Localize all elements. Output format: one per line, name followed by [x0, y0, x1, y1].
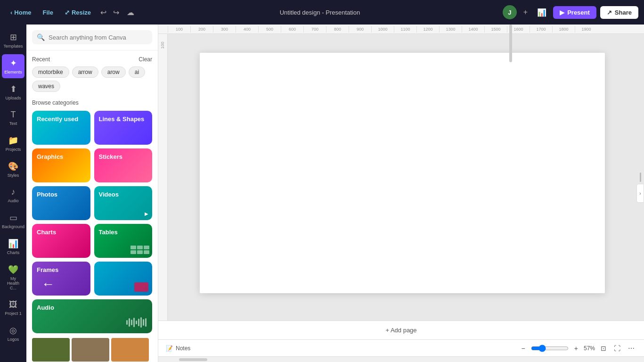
sidebar-item-text[interactable]: T Text: [2, 106, 24, 130]
category-label: Photos: [37, 191, 57, 198]
category-label: Graphics: [37, 153, 63, 160]
templates-icon: ⊞: [10, 32, 17, 42]
canvas-viewport[interactable]: [168, 34, 636, 321]
tag-arrow[interactable]: arrow: [72, 66, 98, 78]
collapse-icon: ›: [639, 191, 641, 196]
tag-motorbike[interactable]: motorbike: [32, 66, 69, 78]
zoom-label: 57%: [584, 345, 595, 352]
sidebar-item-label: My Health C...: [4, 276, 23, 290]
sidebar-item-label: Elements: [4, 70, 22, 74]
panel-content: Recent Clear motorbike arrow arow ai wav…: [26, 50, 158, 362]
styles-icon: 🎨: [8, 161, 18, 172]
home-button[interactable]: ‹ Home: [6, 6, 36, 19]
category-tables[interactable]: Tables: [94, 224, 153, 258]
sidebar-item-logos[interactable]: ◎ Logos: [2, 321, 24, 346]
category-audio[interactable]: Audio: [32, 299, 152, 333]
resize-button[interactable]: ⤢ Resize: [60, 6, 96, 19]
fit-page-button[interactable]: ⊡: [599, 344, 608, 353]
background-icon: ▭: [9, 213, 17, 223]
charts-icon: 📊: [8, 239, 18, 249]
sidebar-item-uploads[interactable]: ⬆ Uploads: [2, 80, 24, 104]
category-frames[interactable]: Frames ←: [32, 262, 90, 296]
search-input[interactable]: [49, 34, 147, 41]
text-icon: T: [11, 110, 16, 120]
notes-icon: 📝: [166, 345, 173, 352]
fullscreen-button[interactable]: ⛶: [612, 344, 622, 353]
chevron-left-icon: ‹: [10, 9, 12, 16]
category-graphics[interactable]: Graphics: [32, 148, 90, 182]
recent-tags: motorbike arrow arow ai waves: [32, 66, 152, 92]
uploads-icon: ⬆: [10, 84, 17, 94]
sidebar-item-projects[interactable]: 📁 Projects: [2, 132, 24, 156]
topbar-right: J + 📊 ▶ Present ↗ Share: [503, 5, 638, 19]
zoom-out-button[interactable]: −: [520, 344, 527, 353]
sidebar-item-styles[interactable]: 🎨 Styles: [2, 157, 24, 181]
sidebar-item-myhealth[interactable]: 💚 My Health C...: [2, 261, 24, 294]
recent-section: Recent Clear motorbike arrow arow ai wav…: [32, 56, 152, 92]
category-label: Lines & Shapes: [99, 115, 145, 123]
category-stickers[interactable]: Stickers: [94, 148, 153, 182]
category-gradients[interactable]: [94, 262, 153, 296]
elements-icon: ✦: [10, 58, 17, 68]
audio-icon: ♪: [11, 187, 16, 197]
tag-arow[interactable]: arow: [101, 66, 126, 78]
zoom-controls: − + 57% ⊡ ⛶ ⋯: [520, 344, 636, 353]
sidebar-item-label: Audio: [8, 198, 18, 203]
category-grid: Recently used Lines & Shapes Graphics St…: [32, 111, 152, 296]
category-videos[interactable]: Videos ▶: [94, 186, 153, 220]
recent-header: Recent Clear: [32, 56, 152, 63]
sidebar-item-background[interactable]: ▭ Background: [2, 209, 24, 233]
sidebar-item-label: Templates: [3, 44, 23, 49]
analytics-button[interactable]: 📊: [534, 6, 549, 19]
right-handle[interactable]: [636, 34, 644, 321]
category-photos[interactable]: Photos: [32, 186, 90, 220]
elements-panel: 🔍 Recent Clear motorbike arrow arow ai w…: [26, 25, 158, 362]
project1-icon: 🖼: [9, 300, 17, 310]
logos-icon: ◎: [9, 325, 17, 336]
category-label: Tables: [99, 229, 118, 236]
cloud-save-button[interactable]: ☁: [124, 6, 137, 19]
sidebar-item-audio[interactable]: ♪ Audio: [2, 183, 24, 207]
sidebar-item-templates[interactable]: ⊞ Templates: [2, 28, 24, 52]
undo-redo-group: ↩ ↪: [98, 6, 122, 19]
file-button[interactable]: File: [38, 6, 57, 19]
category-label: Frames: [37, 266, 58, 273]
avatar[interactable]: J: [503, 5, 517, 19]
ruler-top: 1002003004005006007008009001000110012001…: [158, 25, 644, 34]
category-recently-used[interactable]: Recently used: [32, 111, 90, 145]
horizontal-scrollbar[interactable]: [158, 356, 644, 362]
sidebar-item-label: Project 1: [5, 311, 22, 316]
canvas-page: [200, 53, 605, 293]
redo-button[interactable]: ↪: [110, 6, 122, 19]
zoom-in-button[interactable]: +: [572, 344, 580, 353]
myhealth-icon: 💚: [8, 264, 18, 275]
category-label: Recently used: [37, 115, 78, 123]
add-page-button[interactable]: + Add page: [376, 324, 426, 337]
notes-button[interactable]: 📝 Notes: [166, 345, 190, 352]
share-button[interactable]: ↗ Share: [600, 6, 638, 19]
sidebar-item-project1[interactable]: 🖼 Project 1: [2, 296, 24, 320]
category-charts[interactable]: Charts: [32, 224, 90, 258]
sidebar-item-label: Text: [9, 121, 17, 126]
clear-button[interactable]: Clear: [139, 56, 152, 63]
search-icon: 🔍: [37, 33, 45, 41]
category-label: Videos: [99, 191, 119, 198]
topbar: ‹ Home File ⤢ Resize ↩ ↪ ☁ Untitled desi…: [0, 0, 644, 25]
ruler-left: 10020030040050060070080090010001100: [158, 34, 168, 321]
undo-button[interactable]: ↩: [98, 6, 109, 19]
collapse-panel-button[interactable]: ›: [636, 184, 644, 203]
topbar-left: ‹ Home File ⤢ Resize ↩ ↪ ☁: [6, 6, 137, 19]
tag-ai[interactable]: ai: [129, 66, 145, 78]
sidebar-item-label: Background: [2, 224, 24, 229]
category-lines-shapes[interactable]: Lines & Shapes: [94, 111, 153, 145]
add-collaborator-button[interactable]: +: [521, 6, 530, 18]
sidebar-item-label: Projects: [6, 147, 21, 152]
more-options-button[interactable]: ⋯: [626, 344, 636, 353]
present-button[interactable]: ▶ Present: [553, 6, 596, 19]
sidebar-item-charts[interactable]: 📊 Charts: [2, 235, 24, 259]
zoom-slider[interactable]: [531, 345, 569, 352]
category-label: Stickers: [99, 153, 123, 160]
sidebar-item-elements[interactable]: ✦ Elements: [2, 54, 24, 78]
topbar-center: Untitled design - Presentation: [141, 9, 499, 16]
tag-waves[interactable]: waves: [32, 81, 60, 92]
